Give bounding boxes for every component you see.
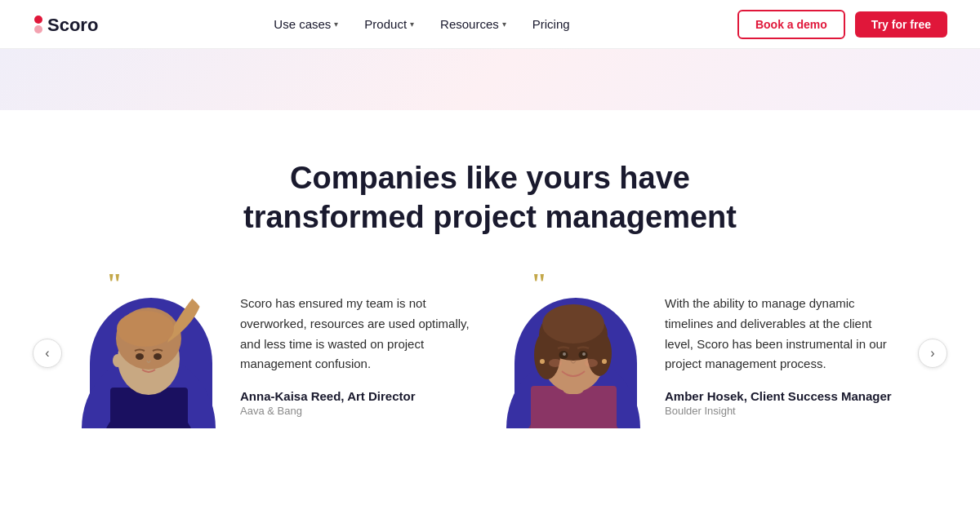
testimonial-card: " Scoro has ensured my team is not overw… xyxy=(82,277,474,428)
nav-pricing[interactable]: Pricing xyxy=(532,17,570,31)
svg-point-24 xyxy=(563,352,566,356)
testimonial-card: " With the ability to manage dynamic tim… xyxy=(506,277,898,428)
testimonials-section: Companies like yours have transformed pr… xyxy=(0,110,980,494)
svg-point-26 xyxy=(549,359,562,367)
try-free-button[interactable]: Try for free xyxy=(855,11,947,38)
testimonials-carousel: ‹ xyxy=(33,277,947,428)
nav-product[interactable]: Product ▾ xyxy=(364,17,414,31)
card-text: With the ability to manage dynamic timel… xyxy=(665,277,898,417)
logo[interactable]: Scoro xyxy=(33,11,106,38)
chevron-down-icon: ▾ xyxy=(410,20,414,29)
card-name: Amber Hosek, Client Success Manager xyxy=(665,389,898,403)
card-quote: With the ability to manage dynamic timel… xyxy=(665,294,898,374)
quote-icon: " xyxy=(531,269,547,299)
chevron-right-icon: › xyxy=(930,346,934,361)
nav-actions: Book a demo Try for free xyxy=(737,10,947,39)
nav-resources[interactable]: Resources ▾ xyxy=(440,17,506,31)
svg-point-21 xyxy=(542,304,604,343)
svg-point-25 xyxy=(582,352,586,356)
card-name: Anna-Kaisa Reed, Art Director xyxy=(240,389,474,403)
navigation: Scoro Use cases ▾ Product ▾ Resources ▾ … xyxy=(0,0,980,49)
svg-point-2 xyxy=(34,25,42,33)
svg-point-11 xyxy=(154,353,162,360)
carousel-prev-button[interactable]: ‹ xyxy=(33,339,62,368)
chevron-left-icon: ‹ xyxy=(45,346,49,361)
svg-point-12 xyxy=(113,354,122,367)
person-photo xyxy=(506,281,641,428)
svg-point-10 xyxy=(136,353,144,360)
nav-use-cases[interactable]: Use cases ▾ xyxy=(274,17,338,31)
chevron-down-icon: ▾ xyxy=(334,20,338,29)
svg-point-1 xyxy=(34,16,42,24)
hero-banner xyxy=(0,49,980,110)
person-photo xyxy=(82,281,216,428)
quote-icon: " xyxy=(106,269,122,299)
nav-links: Use cases ▾ Product ▾ Resources ▾ Pricin… xyxy=(274,17,569,31)
svg-point-28 xyxy=(540,359,545,364)
svg-point-9 xyxy=(117,311,174,347)
card-photo-wrap: " xyxy=(82,277,220,428)
svg-text:Scoro: Scoro xyxy=(47,15,98,35)
svg-point-29 xyxy=(602,359,607,364)
card-company: Aava & Bang xyxy=(240,405,474,417)
svg-point-27 xyxy=(585,359,598,367)
chevron-down-icon: ▾ xyxy=(502,20,506,29)
book-demo-button[interactable]: Book a demo xyxy=(737,10,845,39)
card-quote: Scoro has ensured my team is not overwor… xyxy=(240,294,474,374)
card-company: Boulder Insight xyxy=(665,405,898,417)
section-title: Companies like yours have transformed pr… xyxy=(212,159,768,237)
card-photo-wrap: " xyxy=(506,277,645,428)
cards-row: " Scoro has ensured my team is not overw… xyxy=(57,277,923,428)
card-text: Scoro has ensured my team is not overwor… xyxy=(240,277,474,417)
carousel-next-button[interactable]: › xyxy=(918,339,947,368)
